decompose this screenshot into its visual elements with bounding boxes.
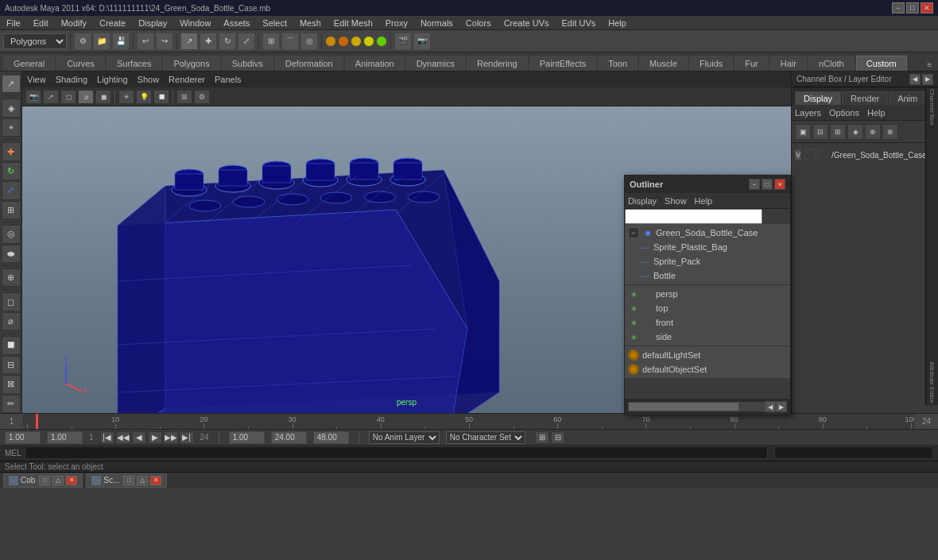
layer-btn-2[interactable]: ⊟	[812, 124, 828, 140]
minimize-button[interactable]: −	[892, 2, 905, 14]
menu-edit-uvs[interactable]: Edit UVs	[559, 18, 599, 28]
select-tool-button[interactable]: ↗	[2, 75, 21, 93]
char-set-select[interactable]: No Character Set	[446, 431, 525, 444]
sculpt-button[interactable]: ⬬	[2, 245, 21, 263]
toolbar-color-4[interactable]	[363, 36, 374, 47]
toolbar-btn-4[interactable]: ↩	[137, 33, 154, 50]
outliner-hscroll[interactable]	[628, 402, 765, 411]
tree-item-default-object-set[interactable]: defaultObjectSet	[625, 362, 790, 377]
timeline-area[interactable]: 1 102030405060708090100 24	[0, 413, 938, 429]
menu-edit-mesh[interactable]: Edit Mesh	[331, 18, 376, 28]
menu-select[interactable]: Select	[259, 18, 290, 28]
toolbar-btn-ipr[interactable]: 📷	[413, 33, 431, 50]
outliner-scroll-left[interactable]: ◀	[765, 401, 776, 412]
tab-hair[interactable]: Hair	[770, 56, 807, 71]
toolbar-btn-render[interactable]: 🎬	[394, 33, 412, 50]
menu-edit[interactable]: Edit	[30, 18, 52, 28]
layer-menu-options[interactable]: Options	[829, 108, 859, 118]
max-range-field[interactable]	[313, 431, 349, 444]
outliner-close-btn[interactable]: ✕	[774, 179, 785, 190]
layer-tab-render[interactable]: Render	[842, 91, 888, 105]
layer-tab-anim[interactable]: Anim	[889, 91, 926, 105]
tree-item-bottle[interactable]: —◦ Bottle	[625, 268, 790, 283]
layer-btn-6[interactable]: ⊗	[882, 124, 898, 140]
toolbar-btn-snap-point[interactable]: ◎	[300, 33, 318, 50]
tab-deformation[interactable]: Deformation	[275, 56, 343, 71]
toolbar-btn-snap-curve[interactable]: ⌒	[281, 33, 299, 50]
pb-next-frame[interactable]: ▶▶	[164, 431, 178, 444]
layer-btn-5[interactable]: ⊕	[865, 124, 881, 140]
task-close-sc[interactable]: ✕	[150, 476, 161, 485]
vp-menu-shading[interactable]: Shading	[56, 75, 87, 84]
toolbar-btn-5[interactable]: ↪	[156, 33, 173, 50]
toolbar-color-1[interactable]	[325, 36, 336, 47]
layer-btn-3[interactable]: ⊞	[830, 124, 846, 140]
vp-menu-panels[interactable]: Panels	[215, 75, 242, 84]
mel-input[interactable]	[25, 446, 768, 459]
tab-general[interactable]: General	[3, 56, 55, 71]
vp-btn-light1[interactable]: ☀	[118, 90, 134, 104]
layer-btn-1[interactable]: ▣	[795, 124, 811, 140]
menu-mesh[interactable]: Mesh	[297, 18, 324, 28]
toolbar-btn-rotate[interactable]: ↻	[219, 33, 236, 50]
layer-menu-layers[interactable]: Layers	[795, 108, 821, 118]
tab-polygons[interactable]: Polygons	[163, 56, 219, 71]
tab-surfaces[interactable]: Surfaces	[107, 56, 161, 71]
menu-create-uvs[interactable]: Create UVs	[501, 18, 552, 28]
task-max-sc[interactable]: △	[137, 476, 148, 485]
tree-item-side[interactable]: ◈ side	[625, 330, 790, 344]
menu-normals[interactable]: Normals	[417, 18, 456, 28]
task-item-sc[interactable]: Sc... □ △ ✕	[86, 473, 167, 488]
tab-curves[interactable]: Curves	[56, 56, 105, 71]
current-frame-marker[interactable]	[36, 414, 38, 430]
pb-play-fwd[interactable]: ▶	[148, 431, 162, 444]
vp-btn-grid[interactable]: ⊞	[176, 90, 192, 104]
current-time-field[interactable]	[5, 431, 41, 444]
layer-box-1[interactable]	[804, 149, 816, 160]
toolbar-btn-scale[interactable]: ⤢	[238, 33, 255, 50]
anim-layer-select[interactable]: No Anim Layer	[369, 431, 440, 444]
tree-item-default-light-set[interactable]: defaultLightSet	[625, 348, 790, 362]
ctrl-btn-1[interactable]: ⊞	[535, 431, 549, 444]
relation-button[interactable]: ⊠	[2, 375, 21, 393]
channel-box-btn-2[interactable]: ▶	[922, 74, 933, 85]
tree-item-front[interactable]: ◈ front	[625, 315, 790, 330]
layer-item-1[interactable]: V /Green_Soda_Bottle_Case_layer1	[795, 146, 935, 164]
toolbar-color-5[interactable]	[376, 36, 387, 47]
channel-box-btn-1[interactable]: ◀	[909, 74, 921, 85]
outliner-minimize-btn[interactable]: −	[749, 179, 760, 190]
toolbar-btn-select[interactable]: ↗	[180, 33, 198, 50]
show-manipulator-button[interactable]: ⊕	[2, 268, 21, 287]
channel-box-label-vertical[interactable]: Channel Box	[928, 89, 936, 126]
attribute-editor-label-vertical[interactable]: Attribute Editor	[928, 361, 936, 404]
vp-btn-wire[interactable]: ⌀	[78, 90, 94, 104]
create-poly-button[interactable]: ◻	[2, 292, 21, 311]
render-button[interactable]: 🔲	[2, 336, 21, 354]
toolbar-btn-3[interactable]: 💾	[112, 33, 130, 50]
close-button[interactable]: ✕	[921, 2, 933, 14]
outliner-hscroll-thumb[interactable]	[629, 403, 738, 411]
lasso-button[interactable]: ⌖	[2, 118, 21, 137]
range-end-field[interactable]	[271, 431, 307, 444]
pb-step-back[interactable]: ◀◀	[116, 431, 130, 444]
pb-goto-start[interactable]: |◀	[100, 431, 114, 444]
menu-create[interactable]: Create	[96, 18, 129, 28]
paint-button[interactable]: ✏	[2, 395, 21, 413]
layer-tab-display[interactable]: Display	[795, 91, 841, 105]
outliner-menu-show[interactable]: Show	[665, 196, 687, 206]
tab-options-button[interactable]: ≡	[924, 59, 935, 71]
pb-prev-frame[interactable]: ◀	[132, 431, 146, 444]
vp-btn-poly[interactable]: ◻	[60, 90, 76, 104]
menu-colors[interactable]: Colors	[463, 18, 494, 28]
vp-btn-light2[interactable]: 💡	[136, 90, 152, 104]
toolbar-btn-1[interactable]: ⚙	[74, 33, 91, 50]
task-item-cob[interactable]: Cob □ △ ✕	[3, 473, 83, 488]
tab-dynamics[interactable]: Dynamics	[406, 56, 465, 71]
tab-toon[interactable]: Toon	[598, 56, 638, 71]
tree-item-green-soda[interactable]: − ◉ Green_Soda_Bottle_Case	[625, 226, 790, 240]
maximize-button[interactable]: □	[906, 2, 919, 14]
ctrl-btn-2[interactable]: ⊟	[551, 431, 565, 444]
tab-painteffects[interactable]: PaintEffects	[529, 56, 597, 71]
tab-ncloth[interactable]: nCloth	[808, 56, 855, 71]
toolbar-btn-2[interactable]: 📁	[93, 33, 110, 50]
